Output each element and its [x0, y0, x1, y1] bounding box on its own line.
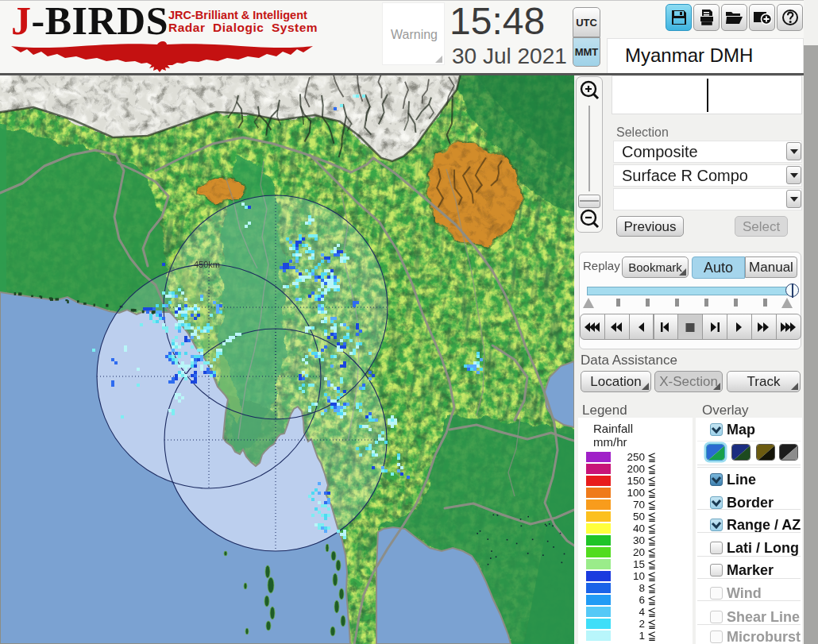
svg-text:450km: 450km: [194, 260, 220, 269]
